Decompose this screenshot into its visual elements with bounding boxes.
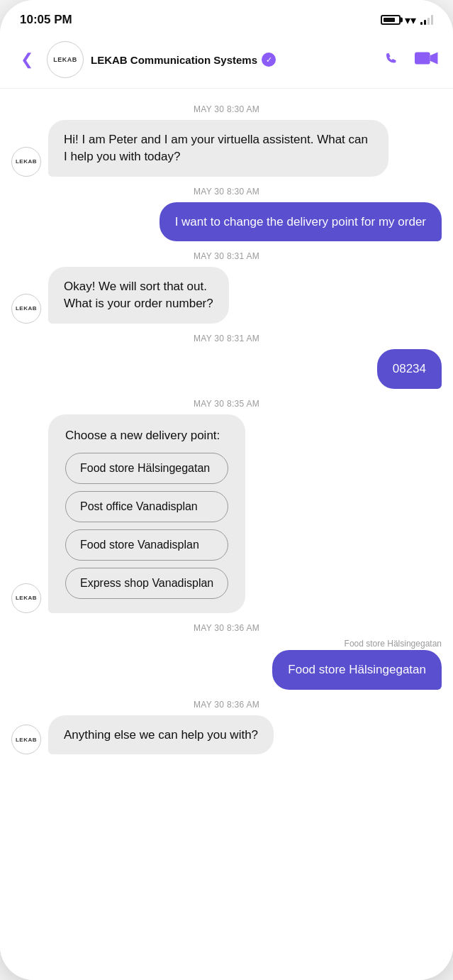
status-icons: ▾▾ [381, 13, 433, 27]
timestamp-5: MAY 30 8:35 AM [0, 399, 453, 409]
phone-frame: 10:05 PM ▾▾ ❮ LEKAB LEKAB Communication … [0, 0, 453, 980]
back-button[interactable]: ❮ [14, 47, 40, 72]
message-bubble-4: 08234 [377, 349, 442, 389]
message-bubble-2: I want to change the delivery point for … [160, 202, 442, 242]
verified-badge: ✓ [262, 53, 276, 67]
message-bubble-1: Hi! I am Peter and I am your virtuella a… [48, 120, 388, 177]
status-bar: 10:05 PM ▾▾ [0, 0, 453, 34]
avatar-5: LEKAB [11, 583, 41, 613]
avatar-3: LEKAB [11, 294, 41, 324]
message-bubble-6: Food store Hälsingegatan [272, 650, 442, 690]
message-row-3: LEKAB Okay! We will sort that out.What i… [0, 267, 453, 324]
option-food-store-halsingegatan[interactable]: Food store Hälsingegatan [65, 453, 228, 484]
timestamp-3: MAY 30 8:31 AM [0, 251, 453, 261]
option-express-shop-vanadisplan[interactable]: Express shop Vanadisplan [65, 568, 228, 599]
svg-rect-1 [415, 53, 430, 65]
avatar-1: LEKAB [11, 147, 41, 177]
battery-icon [381, 15, 401, 25]
message-bubble-3: Okay! We will sort that out.What is your… [48, 267, 229, 324]
nav-actions [379, 46, 439, 73]
message-row-4: 08234 [0, 349, 453, 389]
timestamp-2: MAY 30 8:30 AM [0, 187, 453, 197]
options-bubble: Choose a new delivery point: Food store … [48, 414, 245, 613]
avatar-7: LEKAB [11, 725, 41, 754]
company-logo: LEKAB [47, 41, 84, 78]
timestamp-7: MAY 30 8:36 AM [0, 700, 453, 710]
selected-delivery-label: Food store Hälsingegatan [0, 639, 453, 649]
message-bubble-7: Anything else we can help you with? [48, 715, 274, 755]
svg-marker-2 [430, 53, 438, 65]
company-info: LEKAB Communication Systems ✓ [91, 53, 372, 67]
timestamp-1: MAY 30 8:30 AM [0, 104, 453, 114]
chat-area: MAY 30 8:30 AM LEKAB Hi! I am Peter and … [0, 89, 453, 980]
svg-point-0 [379, 46, 403, 70]
message-row-6: Food store Hälsingegatan [0, 650, 453, 690]
back-chevron-icon: ❮ [21, 50, 33, 69]
company-name: LEKAB Communication Systems [91, 54, 257, 66]
wifi-icon: ▾▾ [405, 13, 416, 27]
option-post-office-vanadisplan[interactable]: Post office Vanadisplan [65, 491, 228, 522]
video-call-button[interactable] [415, 46, 439, 73]
phone-call-button[interactable] [379, 46, 403, 73]
option-food-store-vanadisplan[interactable]: Food store Vanadisplan [65, 529, 228, 561]
message-row-5: LEKAB Choose a new delivery point: Food … [0, 414, 453, 613]
nav-bar: ❮ LEKAB LEKAB Communication Systems ✓ [0, 34, 453, 89]
video-icon [415, 46, 439, 70]
message-row-2: I want to change the delivery point for … [0, 202, 453, 242]
timestamp-6: MAY 30 8:36 AM [0, 623, 453, 633]
timestamp-4: MAY 30 8:31 AM [0, 334, 453, 343]
options-title: Choose a new delivery point: [65, 429, 228, 443]
message-row-1: LEKAB Hi! I am Peter and I am your virtu… [0, 120, 453, 177]
status-time: 10:05 PM [20, 13, 72, 27]
checkmark-icon: ✓ [266, 55, 272, 65]
signal-icon [420, 15, 433, 25]
message-row-7: LEKAB Anything else we can help you with… [0, 715, 453, 755]
phone-icon [379, 46, 403, 70]
